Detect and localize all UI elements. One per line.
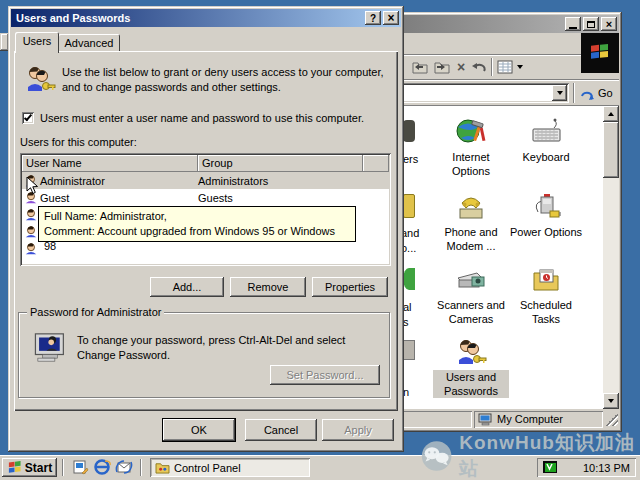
move-to-icon[interactable] [411, 59, 429, 75]
task-button-control-panel[interactable]: Control Panel [150, 458, 310, 477]
require-password-checkbox[interactable] [22, 112, 34, 124]
apply-button[interactable]: Apply [322, 419, 394, 441]
user-icon [24, 242, 38, 256]
watermark-text: KonwHub知识加油站 [459, 430, 640, 480]
close-icon: × [606, 19, 612, 29]
show-desktop-icon [72, 459, 89, 475]
minimize-button[interactable] [565, 17, 581, 31]
help-icon: ? [370, 13, 376, 24]
checkmark-icon [24, 113, 32, 122]
brand-logo [581, 33, 619, 73]
start-label: Start [25, 461, 52, 475]
computer-password-icon [33, 329, 67, 363]
tab-advanced[interactable]: Advanced [58, 34, 120, 52]
go-button[interactable]: Go [598, 87, 613, 99]
cell-group: Administrators [198, 175, 268, 187]
help-button[interactable]: ? [365, 11, 381, 25]
windows-logo-icon [588, 43, 612, 63]
listview-header: User Name Group [22, 155, 389, 172]
dialog-titlebar[interactable]: Users and Passwords ? × [11, 9, 401, 27]
quicklaunch-outlook-express[interactable] [115, 459, 133, 477]
user-row-administrator[interactable]: Administrator Administrators [22, 172, 389, 189]
user-row-guest[interactable]: Guest Guests [22, 189, 389, 206]
views-dropdown-icon[interactable] [517, 65, 523, 69]
intro-text: Use the list below to grant or deny user… [62, 65, 384, 95]
fragment-label: ers [403, 153, 418, 165]
mouse-cursor-icon [26, 176, 39, 195]
outlook-express-icon [115, 459, 133, 475]
cp-icon-keyboard[interactable]: Keyboard [509, 116, 583, 164]
require-password-label[interactable]: Users must enter a user name and passwor… [40, 112, 364, 124]
address-combo[interactable] [401, 83, 569, 103]
resize-grip[interactable] [605, 413, 618, 426]
chevron-down-icon [608, 399, 614, 403]
views-icon[interactable] [497, 60, 513, 74]
delete-icon[interactable]: × [455, 59, 467, 75]
scroll-down-button[interactable] [603, 393, 619, 409]
ok-button[interactable]: OK [163, 419, 235, 441]
fragment-icon-3 [403, 268, 415, 290]
start-button[interactable]: Start [2, 458, 57, 477]
cp-icon-label: Scheduled Tasks [509, 298, 583, 326]
tab-users[interactable]: Users [15, 32, 59, 53]
remove-button[interactable]: Remove [230, 277, 306, 297]
scroll-thumb[interactable] [603, 122, 619, 178]
address-dropdown-button[interactable] [552, 85, 567, 101]
column-header-blank[interactable] [363, 155, 389, 172]
add-button[interactable]: Add... [150, 277, 224, 297]
scanners-cameras-icon [455, 264, 487, 296]
scroll-up-button[interactable] [603, 106, 619, 122]
phone-modem-icon [455, 191, 487, 223]
status-panel-left [400, 411, 472, 428]
fragment-icon-1 [403, 120, 415, 142]
fragment-icon-4 [403, 340, 415, 360]
tab-page: Use the list below to grant or deny user… [14, 51, 398, 411]
taskbar-separator [62, 459, 64, 476]
chevron-down-icon [557, 91, 563, 95]
users-passwords-icon [455, 336, 487, 368]
desktop: × × [0, 0, 640, 480]
window-titlebar[interactable]: × [399, 15, 619, 33]
password-groupbox: Password for Administrator To change you… [18, 312, 390, 398]
cp-icon-phone-modem[interactable]: Phone and Modem ... [433, 191, 509, 253]
tab-label: Users [23, 35, 52, 47]
folder-content: ers and o... al s n Internet Options [399, 106, 619, 409]
task-button-label: Control Panel [174, 462, 241, 474]
copy-to-icon[interactable] [433, 59, 451, 75]
set-password-button[interactable]: Set Password... [270, 365, 380, 385]
cp-icon-power-options[interactable]: Power Options [509, 191, 583, 239]
close-button-dialog[interactable]: × [383, 11, 399, 25]
toolbar-separator [491, 58, 493, 76]
close-icon: × [387, 11, 394, 25]
status-text: My Computer [497, 413, 563, 425]
button-label: Properties [325, 281, 375, 293]
cp-icon-scheduled-tasks[interactable]: Scheduled Tasks [509, 264, 583, 326]
undo-icon[interactable] [471, 60, 487, 74]
tooltip-line1: Full Name: Administrator, [44, 209, 350, 224]
taskbar-separator [140, 459, 142, 476]
fragment-icon-2 [403, 194, 415, 218]
quicklaunch-internet-explorer[interactable] [93, 458, 111, 478]
properties-button[interactable]: Properties [312, 277, 388, 297]
close-button-window[interactable]: × [601, 17, 617, 31]
address-separator [573, 83, 575, 103]
cancel-button[interactable]: Cancel [245, 419, 317, 441]
cell-group: Guests [198, 192, 233, 204]
column-header-username[interactable]: User Name [22, 155, 198, 172]
start-flag-icon [7, 461, 22, 475]
users-passwords-dialog: Users and Passwords ? × Advanced Users U… [8, 6, 404, 452]
quicklaunch-show-desktop[interactable] [72, 459, 89, 477]
cp-icon-users-passwords[interactable]: Users and Passwords [433, 336, 509, 398]
scrollbar[interactable] [603, 106, 619, 409]
cp-icon-internet-options[interactable]: Internet Options [433, 116, 509, 178]
button-label: Cancel [264, 424, 298, 436]
dialog-title: Users and Passwords [16, 12, 365, 24]
maximize-button[interactable] [583, 17, 599, 31]
cp-icon-label-selected: Users and Passwords [433, 370, 509, 398]
column-header-group[interactable]: Group [198, 155, 363, 172]
cp-icon-scanners-cameras[interactable]: Scanners and Cameras [433, 264, 509, 326]
go-icon[interactable] [579, 86, 596, 100]
password-group-legend: Password for Administrator [27, 306, 164, 318]
button-label: OK [191, 424, 207, 436]
menubar [399, 33, 619, 55]
